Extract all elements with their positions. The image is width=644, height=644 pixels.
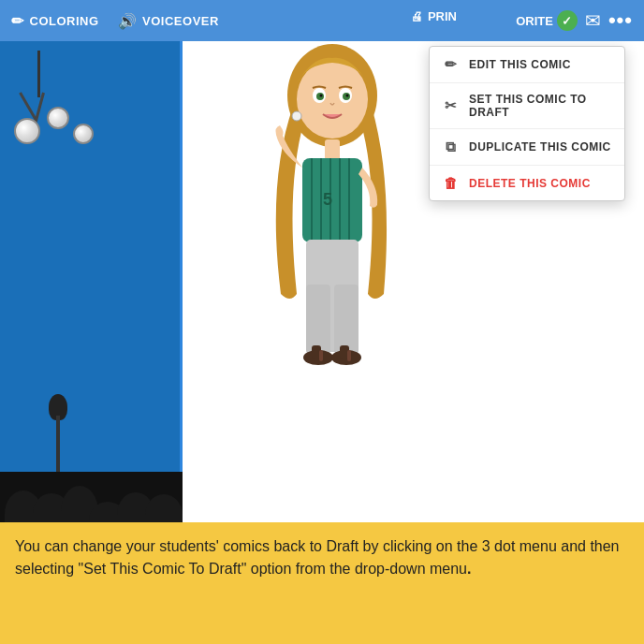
stage-lights	[9, 51, 178, 154]
svg-rect-25	[347, 350, 351, 361]
svg-text:5: 5	[323, 190, 332, 209]
svg-rect-22	[319, 350, 323, 361]
audience	[0, 472, 183, 522]
light-bulb-1	[14, 118, 40, 144]
duplicate-comic-button[interactable]: ⧉ DUPLICATE THIS COMIC	[430, 128, 624, 165]
character-svg: 5	[229, 41, 435, 481]
duplicate-icon: ⧉	[443, 139, 460, 155]
toolbar: ✏ COLORING 🔊 VOICEOVER 🖨 PRIN ORITE ✓ ✉ …	[0, 0, 644, 41]
info-text: You can change your students' comics bac…	[15, 535, 629, 580]
content-area: 5	[0, 41, 644, 522]
svg-rect-18	[306, 285, 330, 354]
white-stage: 5	[183, 41, 644, 522]
set-draft-button[interactable]: ✂ SET THIS COMIC TO DRAFT	[430, 82, 624, 128]
svg-point-2	[297, 60, 368, 139]
coloring-button[interactable]: ✏ COLORING	[11, 12, 99, 30]
character-figure: 5	[229, 41, 435, 481]
favorite-button[interactable]: ORITE ✓	[516, 10, 578, 31]
three-dots-button[interactable]: •••	[608, 8, 633, 33]
info-bar: You can change your students' comics bac…	[0, 522, 644, 644]
trash-icon: 🗑	[443, 175, 460, 191]
scissors-icon: ✂	[443, 97, 460, 114]
svg-point-8	[346, 95, 349, 97]
light-bulb-2	[47, 107, 69, 129]
edit-comic-button[interactable]: ✏ EDIT THIS COMIC	[430, 47, 624, 82]
stage-area	[0, 41, 183, 522]
pencil-icon: ✏	[11, 12, 24, 30]
audience-silhouette	[145, 494, 183, 522]
checkmark-icon: ✓	[557, 10, 578, 31]
svg-rect-1	[325, 139, 340, 160]
email-button[interactable]: ✉	[585, 9, 601, 32]
svg-point-9	[292, 111, 301, 121]
svg-rect-19	[334, 285, 359, 354]
edit-icon: ✏	[443, 56, 460, 73]
main-container: ✏ COLORING 🔊 VOICEOVER 🖨 PRIN ORITE ✓ ✉ …	[0, 0, 644, 644]
dropdown-menu: ✏ EDIT THIS COMIC ✂ SET THIS COMIC TO DR…	[429, 46, 625, 201]
print-button[interactable]: 🖨 PRIN	[411, 9, 457, 23]
voiceover-button[interactable]: 🔊 VOICEOVER	[118, 12, 219, 30]
light-rig	[37, 51, 40, 97]
toolbar-right: ORITE ✓ ✉ •••	[516, 8, 633, 33]
light-bulb-3	[73, 124, 94, 144]
svg-point-7	[320, 95, 323, 97]
speaker-icon: 🔊	[118, 12, 138, 30]
print-icon: 🖨	[411, 9, 423, 23]
delete-comic-button[interactable]: 🗑 DELETE THIS COMIC	[430, 165, 624, 200]
envelope-icon: ✉	[585, 9, 601, 32]
